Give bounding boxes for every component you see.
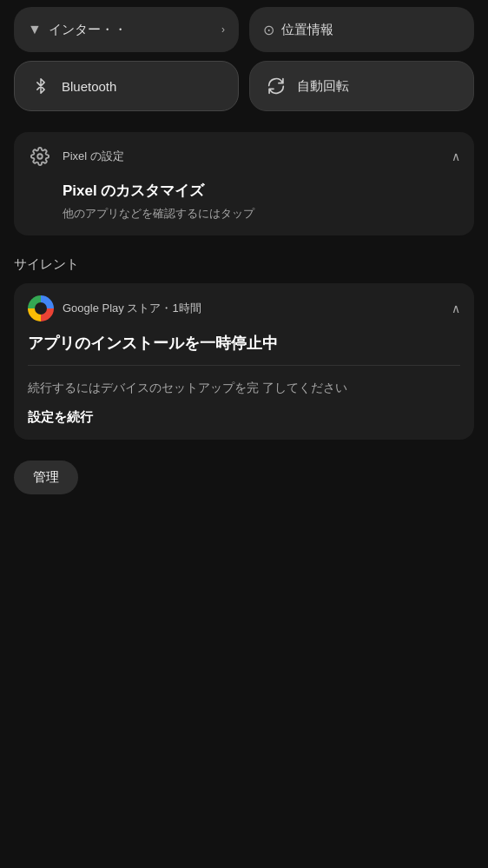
- auto-rotate-icon: [264, 74, 288, 98]
- gplay-card-chevron: ∧: [452, 301, 460, 315]
- location-tile[interactable]: ⊙ 位置情報: [249, 7, 474, 52]
- gplay-description: 続行するにはデバイスのセットアップを完 了してください: [28, 378, 460, 397]
- gplay-divider: [28, 365, 460, 366]
- gplay-card-header: Google Play ストア・1時間 ∧: [14, 283, 474, 330]
- pixel-card-main-title: Pixel のカスタマイズ: [63, 181, 460, 201]
- pixel-card-subtitle: 他のアプリなどを確認するにはタップ: [63, 206, 460, 222]
- gplay-card-body: アプリのインストールを一時停止中 続行するにはデバイスのセットアップを完 了して…: [14, 330, 474, 440]
- top-quick-tiles-row: ▼ インター・・ › ⊙ 位置情報: [0, 0, 488, 52]
- gplay-action-link[interactable]: 設定を続行: [28, 409, 460, 426]
- pixel-card-body: Pixel のカスタマイズ 他のアプリなどを確認するにはタップ: [14, 177, 474, 235]
- wifi-icon: ▼: [28, 22, 42, 37]
- internet-tile[interactable]: ▼ インター・・ ›: [14, 7, 239, 52]
- gplay-header-text: Google Play ストア・1時間: [63, 301, 443, 316]
- pixel-card-header-title: Pixel の設定: [63, 149, 441, 164]
- pixel-settings-card[interactable]: Pixel の設定 ∧ Pixel のカスタマイズ 他のアプリなどを確認するには…: [14, 132, 474, 235]
- location-icon: ⊙: [263, 22, 274, 38]
- bluetooth-icon: [29, 74, 53, 98]
- silent-section-label: サイレント: [0, 256, 488, 283]
- bluetooth-label: Bluetooth: [62, 79, 116, 94]
- quick-tiles-row: Bluetooth 自動回転: [0, 61, 488, 111]
- manage-button[interactable]: 管理: [14, 461, 78, 494]
- auto-rotate-label: 自動回転: [297, 78, 349, 95]
- internet-chevron: ›: [221, 23, 225, 36]
- gplay-notification-card[interactable]: Google Play ストア・1時間 ∧ アプリのインストールを一時停止中 続…: [14, 283, 474, 440]
- location-label: 位置情報: [281, 22, 333, 38]
- gplay-main-title: アプリのインストールを一時停止中: [28, 334, 460, 354]
- pixel-settings-icon: [28, 144, 52, 169]
- gplay-icon: [28, 295, 54, 321]
- bluetooth-tile[interactable]: Bluetooth: [14, 61, 239, 111]
- pixel-card-chevron: ∧: [452, 149, 460, 163]
- svg-point-0: [37, 154, 43, 159]
- auto-rotate-tile[interactable]: 自動回転: [249, 61, 474, 111]
- pixel-card-header: Pixel の設定 ∧: [14, 132, 474, 177]
- internet-label: インター・・: [49, 22, 127, 38]
